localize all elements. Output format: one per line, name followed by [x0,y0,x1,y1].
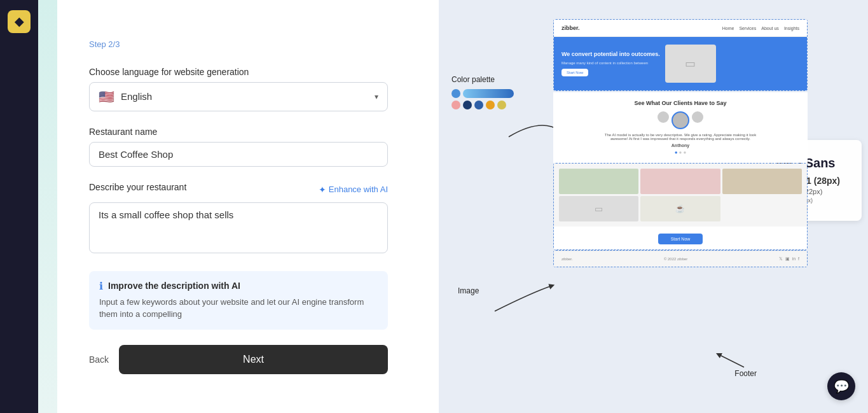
next-button[interactable]: Next [119,345,388,374]
language-group: Choose language for website generation 🇺… [89,67,388,111]
color-swatch-navy [463,101,472,109]
grid-item-2 [640,169,720,194]
mockup-cta: Start Now [554,227,807,249]
grid-item-4: ▭ [559,196,638,221]
ai-info-title: Improve the description with AI [108,281,240,291]
grid-item-1 [559,169,638,194]
mockup-testimonial: The AI model is actually to be very desc… [561,111,800,155]
grid-item-5: ☕ [640,196,720,221]
mockup-image-grid-section: ▭ ☕ Start Now [553,163,808,250]
language-value: English [121,91,368,102]
mockup-clients-title: See What Our Clients Have to Say [561,100,800,106]
nav-link-insights: Insights [784,26,799,31]
flag-icon: 🇺🇸 [99,89,114,104]
info-icon: ℹ [99,280,103,292]
avatar-main [672,111,689,129]
mockup-header-section: zibber. Home Services About us Insights … [553,19,808,91]
ai-sparkle-icon: ✦ [319,185,326,195]
language-label: Choose language for website generation [89,67,388,77]
testimonial-text: The AI model is actually to be very desc… [598,133,763,141]
twitter-icon: 𝕏 [779,256,783,262]
mockup-hero-btn[interactable]: Start Now [561,69,588,76]
color-swatch-orange [486,101,495,109]
facebook-icon: f [798,256,799,262]
chevron-down-icon: ▾ [375,92,378,101]
gradient-strip [38,0,57,413]
mockup-grid: ▭ ☕ [554,164,807,227]
app-logo[interactable]: ◆ [8,10,31,33]
chat-icon: 💬 [834,379,850,394]
mockup-footer: zibber. © 2022 zibber 𝕏 ▣ in f [554,251,807,267]
dot-1: ● [675,150,678,155]
step-indicator: Step 2/3 [89,39,388,49]
color-row-2 [451,101,514,109]
language-select[interactable]: 🇺🇸 English ▾ [89,82,388,111]
ai-info-header: ℹ Improve the description with AI [99,280,378,292]
color-swatch-blue [451,89,460,98]
chat-button[interactable]: 💬 [827,372,855,400]
footer-annotation: Footer [734,369,757,378]
bottom-actions: Back Next [89,345,388,374]
website-mockup: zibber. Home Services About us Insights … [553,19,808,267]
back-button[interactable]: Back [89,354,109,365]
mockup-hero-subtext: Manage many kind of content in collectio… [561,61,660,65]
nav-link-services: Services [739,26,756,31]
dot-2: ● [679,150,682,155]
color-swatch-yellow [497,101,506,109]
describe-group: Describe your restaurant ✦ Enhance with … [89,182,388,256]
mockup-hero-text: We convert potential into outcomes. Mana… [561,51,660,76]
enhance-ai-button[interactable]: ✦ Enhance with AI [319,185,388,195]
avatar-2 [692,111,703,123]
describe-header: Describe your restaurant ✦ Enhance with … [89,182,388,197]
testimonial-author: Anthony [672,143,689,148]
color-swatch-pink [451,101,460,109]
enhance-label: Enhance with AI [329,185,388,194]
restaurant-name-input[interactable] [89,142,388,167]
linkedin-icon: in [792,256,796,262]
color-bar-gradient [463,89,514,98]
footer-brand: zibber. [561,257,573,261]
mockup-nav-links: Home Services About us Insights [722,26,799,31]
nav-link-home: Home [722,26,734,31]
mockup-nav: zibber. Home Services About us Insights [554,20,807,37]
mockup-clients-section: See What Our Clients Have to Say The AI … [553,92,808,163]
mockup-hero-image: ▭ [665,45,716,83]
color-palette [451,89,514,112]
footer-social-icons: 𝕏 ▣ in f [779,256,799,262]
image-placeholder-icon: ▭ [685,57,696,71]
grid-item-3 [722,169,802,194]
mockup-footer-section: zibber. © 2022 zibber 𝕏 ▣ in f [553,250,808,267]
main-area: Step 2/3 Choose language for website gen… [38,0,868,413]
preview-panel: Color palette Hea [439,0,868,413]
image-annotation: Image [458,286,479,295]
form-panel: Step 2/3 Choose language for website gen… [38,0,439,413]
describe-label: Describe your restaurant [89,182,186,192]
instagram-icon: ▣ [785,256,790,262]
color-palette-annotation: Color palette [451,75,495,84]
avatar-1 [658,111,669,123]
sidebar: ◆ [0,0,38,413]
mockup-cta-btn[interactable]: Start Now [658,234,703,244]
image-arrow [482,279,558,318]
color-swatch-blue2 [474,101,483,109]
ai-info-text: Input a few keywords about your website … [99,296,378,321]
restaurant-name-group: Restaurant name [89,127,388,167]
restaurant-name-label: Restaurant name [89,127,388,137]
mockup-nav-logo: zibber. [561,25,580,31]
mockup-hero-heading: We convert potential into outcomes. [561,51,660,59]
mockup-hero: We convert potential into outcomes. Mana… [554,37,807,90]
dot-3: ● [683,150,686,155]
ai-info-box: ℹ Improve the description with AI Input … [89,271,388,330]
footer-copy: © 2022 zibber [664,257,687,261]
color-row-1 [451,89,514,98]
describe-textarea[interactable]: Its a small coffee shop that sells [89,202,388,253]
nav-link-about: About us [761,26,779,31]
avatar-row [658,111,703,129]
